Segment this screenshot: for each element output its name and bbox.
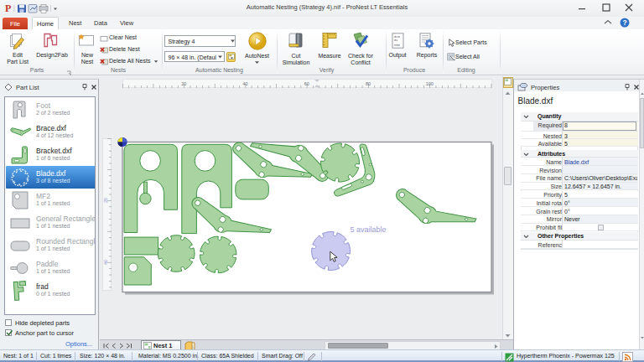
svg-text:M30: M30 xyxy=(394,44,401,47)
svg-text:?: ? xyxy=(622,18,626,27)
svg-text:5 available: 5 available xyxy=(351,225,387,234)
svg-text:G1: G1 xyxy=(394,39,398,42)
svg-text:P: P xyxy=(5,3,11,14)
